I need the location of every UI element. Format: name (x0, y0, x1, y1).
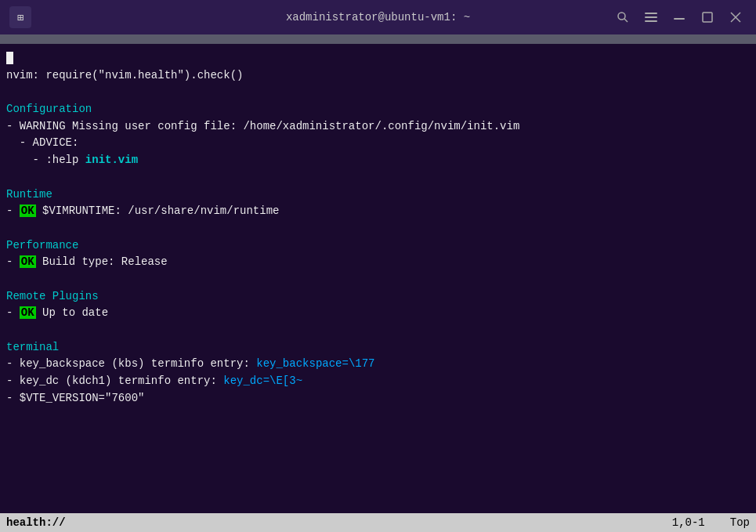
statusbar-position: 1,0-1 (672, 516, 705, 529)
svg-rect-5 (674, 18, 685, 20)
statusbar-scroll: Top (730, 516, 750, 529)
svg-line-1 (624, 19, 628, 22)
statusbar-right: 1,0-1 Top (672, 516, 750, 529)
terminal-kbs: - key_backspace (kbs) terminfo entry: ke… (6, 356, 750, 373)
config-help: - :help init.vim (6, 152, 750, 169)
svg-rect-4 (645, 20, 657, 22)
close-button[interactable] (725, 6, 747, 28)
blank-line-4 (6, 271, 750, 288)
search-button[interactable] (612, 6, 634, 28)
runtime-ok: - OK $VIMRUNTIME: /usr/share/nvim/runtim… (6, 203, 750, 220)
blank-line-3 (6, 220, 750, 237)
blank-line-1 (6, 84, 750, 101)
remote-plugins-ok: - OK Up to date (6, 305, 750, 322)
svg-rect-6 (703, 13, 712, 22)
section-performance: Performance (6, 237, 750, 255)
svg-point-0 (618, 13, 625, 20)
cursor (6, 52, 13, 64)
terminal-vte: - $VTE_VERSION="7600" (6, 390, 750, 407)
minimize-button[interactable] (668, 6, 690, 28)
cursor-line (6, 50, 750, 67)
section-terminal: terminal (6, 339, 750, 356)
window-title: xadministrator@ubuntu-vm1: ~ (286, 11, 470, 24)
terminal-content: nvim: require("nvim.health").check() Con… (0, 44, 756, 513)
statusbar: health:// 1,0-1 Top (0, 513, 756, 532)
terminal-icon: ⊞ (9, 6, 31, 28)
window-controls (612, 6, 747, 28)
config-warning: - WARNING Missing user config file: /hom… (6, 118, 750, 136)
blank-line-5 (6, 322, 750, 339)
scrollbar[interactable] (0, 34, 756, 44)
terminal-kdc: - key_dc (kdch1) terminfo entry: key_dc=… (6, 373, 750, 390)
statusbar-filename: health:// (6, 516, 66, 529)
svg-rect-3 (645, 16, 657, 18)
command-line: nvim: require("nvim.health").check() (6, 67, 750, 85)
menu-button[interactable] (640, 6, 662, 28)
section-runtime: Runtime (6, 186, 750, 204)
maximize-button[interactable] (696, 6, 718, 28)
blank-line-2 (6, 169, 750, 186)
performance-ok: - OK Build type: Release (6, 254, 750, 271)
svg-rect-2 (645, 13, 657, 14)
titlebar-left: ⊞ (9, 6, 31, 28)
config-advice: - ADVICE: (6, 135, 750, 152)
section-remote-plugins: Remote Plugins (6, 288, 750, 306)
section-configuration: Configuration (6, 101, 750, 118)
titlebar: ⊞ xadministrator@ubuntu-vm1: ~ (0, 0, 756, 34)
